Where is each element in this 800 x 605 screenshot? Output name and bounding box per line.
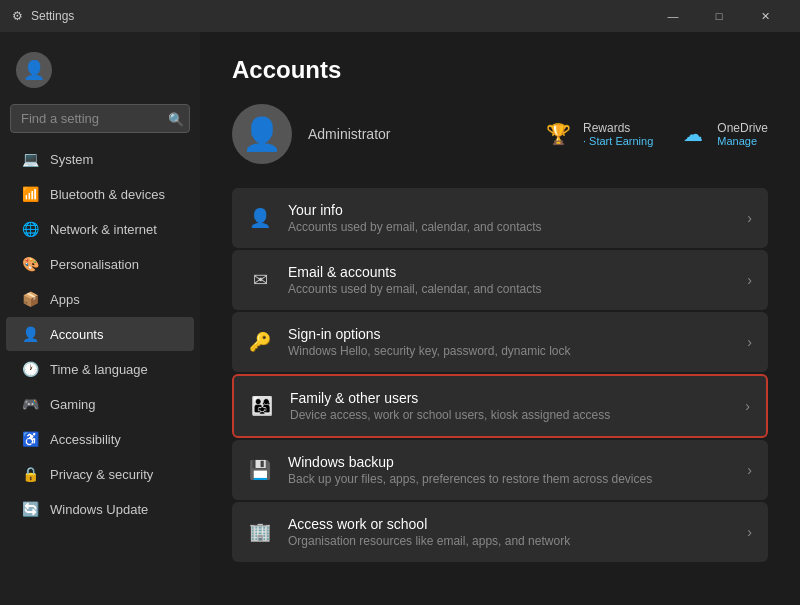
system-icon: 💻 <box>22 151 38 167</box>
titlebar: ⚙ Settings — □ ✕ <box>0 0 800 32</box>
onedrive-sub: Manage <box>717 135 768 147</box>
sign-in-desc: Windows Hello, security key, password, d… <box>288 344 731 358</box>
sidebar-item-privacy[interactable]: 🔒 Privacy & security <box>6 457 194 491</box>
sidebar-item-accessibility[interactable]: ♿ Accessibility <box>6 422 194 456</box>
accounts-icon: 👤 <box>22 326 38 342</box>
settings-item-backup[interactable]: 💾 Windows backup Back up your files, app… <box>232 440 768 500</box>
account-avatar-icon: 👤 <box>242 115 282 153</box>
sidebar-label-time: Time & language <box>50 362 148 377</box>
sign-in-title: Sign-in options <box>288 326 731 342</box>
apps-icon: 📦 <box>22 291 38 307</box>
sidebar-label-accessibility: Accessibility <box>50 432 121 447</box>
titlebar-left: ⚙ Settings <box>12 9 74 23</box>
search-box: 🔍 <box>10 104 190 133</box>
onedrive-icon: ☁ <box>677 118 709 150</box>
sidebar-label-accounts: Accounts <box>50 327 103 342</box>
sidebar-item-network[interactable]: 🌐 Network & internet <box>6 212 194 246</box>
update-icon: 🔄 <box>22 501 38 517</box>
sidebar-label-network: Network & internet <box>50 222 157 237</box>
your-info-desc: Accounts used by email, calendar, and co… <box>288 220 731 234</box>
gaming-icon: 🎮 <box>22 396 38 412</box>
time-icon: 🕐 <box>22 361 38 377</box>
main-layout: 👤 🔍 💻 System 📶 Bluetooth & devices 🌐 Net… <box>0 32 800 605</box>
sidebar: 👤 🔍 💻 System 📶 Bluetooth & devices 🌐 Net… <box>0 32 200 605</box>
sidebar-profile: 👤 <box>0 40 200 100</box>
settings-item-email-accounts[interactable]: ✉ Email & accounts Accounts used by emai… <box>232 250 768 310</box>
search-icon: 🔍 <box>168 111 184 126</box>
accessibility-icon: ♿ <box>22 431 38 447</box>
your-info-icon: 👤 <box>248 206 272 230</box>
maximize-button[interactable]: □ <box>696 0 742 32</box>
header-action-onedrive[interactable]: ☁ OneDrive Manage <box>677 118 768 150</box>
email-accounts-title: Email & accounts <box>288 264 731 280</box>
family-desc: Device access, work or school users, kio… <box>290 408 729 422</box>
your-info-chevron: › <box>747 210 752 226</box>
sign-in-icon: 🔑 <box>248 330 272 354</box>
sign-in-chevron: › <box>747 334 752 350</box>
sidebar-item-gaming[interactable]: 🎮 Gaming <box>6 387 194 421</box>
account-name: Administrator <box>308 126 390 142</box>
email-accounts-chevron: › <box>747 272 752 288</box>
minimize-button[interactable]: — <box>650 0 696 32</box>
settings-item-sign-in[interactable]: 🔑 Sign-in options Windows Hello, securit… <box>232 312 768 372</box>
family-title: Family & other users <box>290 390 729 406</box>
account-header-right: 🏆 Rewards · Start Earning ☁ OneDrive Man… <box>543 118 768 150</box>
settings-item-work-school[interactable]: 🏢 Access work or school Organisation res… <box>232 502 768 562</box>
sidebar-item-personalisation[interactable]: 🎨 Personalisation <box>6 247 194 281</box>
sidebar-label-update: Windows Update <box>50 502 148 517</box>
sidebar-item-accounts[interactable]: 👤 Accounts <box>6 317 194 351</box>
your-info-title: Your info <box>288 202 731 218</box>
close-button[interactable]: ✕ <box>742 0 788 32</box>
network-icon: 🌐 <box>22 221 38 237</box>
settings-item-family[interactable]: 👨‍👩‍👧 Family & other users Device access… <box>232 374 768 438</box>
titlebar-controls: — □ ✕ <box>650 0 788 32</box>
sidebar-item-system[interactable]: 💻 System <box>6 142 194 176</box>
email-accounts-desc: Accounts used by email, calendar, and co… <box>288 282 731 296</box>
sidebar-label-privacy: Privacy & security <box>50 467 153 482</box>
sidebar-avatar: 👤 <box>16 52 52 88</box>
sidebar-item-apps[interactable]: 📦 Apps <box>6 282 194 316</box>
personalisation-icon: 🎨 <box>22 256 38 272</box>
sidebar-item-update[interactable]: 🔄 Windows Update <box>6 492 194 526</box>
family-icon: 👨‍👩‍👧 <box>250 394 274 418</box>
backup-icon: 💾 <box>248 458 272 482</box>
sidebar-label-gaming: Gaming <box>50 397 96 412</box>
bluetooth-icon: 📶 <box>22 186 38 202</box>
work-school-desc: Organisation resources like email, apps,… <box>288 534 731 548</box>
backup-desc: Back up your files, apps, preferences to… <box>288 472 731 486</box>
sidebar-label-system: System <box>50 152 93 167</box>
content-area: Accounts 👤 Administrator 🏆 Rewards · Sta… <box>200 32 800 605</box>
account-header: 👤 Administrator 🏆 Rewards · Start Earnin… <box>232 104 768 164</box>
header-action-rewards[interactable]: 🏆 Rewards · Start Earning <box>543 118 653 150</box>
work-school-title: Access work or school <box>288 516 731 532</box>
settings-icon: ⚙ <box>12 9 23 23</box>
page-title: Accounts <box>232 56 768 84</box>
settings-item-your-info[interactable]: 👤 Your info Accounts used by email, cale… <box>232 188 768 248</box>
titlebar-title: Settings <box>31 9 74 23</box>
rewards-label: Rewards <box>583 121 653 135</box>
backup-chevron: › <box>747 462 752 478</box>
work-school-chevron: › <box>747 524 752 540</box>
rewards-sub: · Start Earning <box>583 135 653 147</box>
email-accounts-icon: ✉ <box>248 268 272 292</box>
account-header-left: 👤 Administrator <box>232 104 390 164</box>
work-school-icon: 🏢 <box>248 520 272 544</box>
onedrive-label: OneDrive <box>717 121 768 135</box>
account-avatar: 👤 <box>232 104 292 164</box>
sidebar-label-personalisation: Personalisation <box>50 257 139 272</box>
family-chevron: › <box>745 398 750 414</box>
settings-list: 👤 Your info Accounts used by email, cale… <box>232 188 768 562</box>
sidebar-item-time[interactable]: 🕐 Time & language <box>6 352 194 386</box>
backup-title: Windows backup <box>288 454 731 470</box>
search-input[interactable] <box>10 104 190 133</box>
sidebar-label-apps: Apps <box>50 292 80 307</box>
sidebar-label-bluetooth: Bluetooth & devices <box>50 187 165 202</box>
sidebar-item-bluetooth[interactable]: 📶 Bluetooth & devices <box>6 177 194 211</box>
rewards-icon: 🏆 <box>543 118 575 150</box>
sidebar-nav: 💻 System 📶 Bluetooth & devices 🌐 Network… <box>0 141 200 605</box>
sidebar-avatar-icon: 👤 <box>23 59 45 81</box>
privacy-icon: 🔒 <box>22 466 38 482</box>
